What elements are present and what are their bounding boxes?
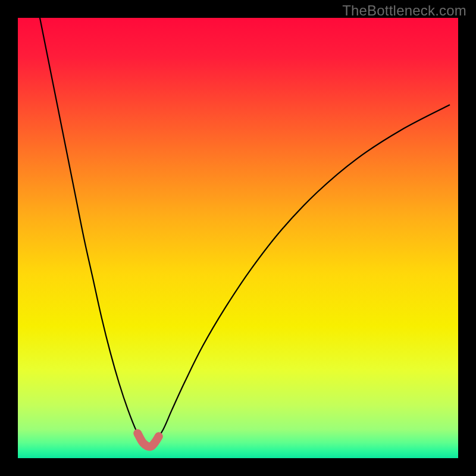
- minimum-highlight: [137, 433, 159, 447]
- chart-frame: TheBottleneck.com: [0, 0, 476, 476]
- plot-area: [18, 18, 458, 458]
- curve-layer: [18, 18, 458, 458]
- watermark-text: TheBottleneck.com: [342, 2, 466, 19]
- bottleneck-curve: [40, 18, 449, 447]
